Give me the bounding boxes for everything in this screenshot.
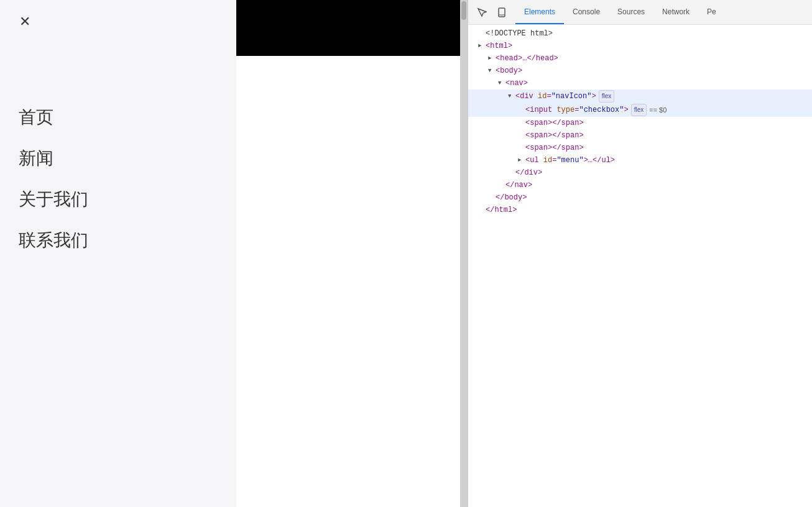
dom-text: <span></span> <box>525 142 584 153</box>
dom-text: <input type="checkbox"> <box>525 104 629 116</box>
dom-text: <head>…</head> <box>496 53 558 64</box>
svg-rect-0 <box>499 8 505 17</box>
mobile-content <box>236 56 460 507</box>
close-button[interactable]: ✕ <box>16 12 34 31</box>
toggle-arrow[interactable] <box>498 78 505 89</box>
dom-text: </body> <box>496 192 527 203</box>
tab-performance[interactable]: Pe <box>698 0 725 24</box>
dom-text: </html> <box>486 204 517 216</box>
nav-item-news[interactable]: 新闻 <box>19 140 218 176</box>
nav-item-home[interactable]: 首页 <box>19 99 218 135</box>
nav-item-contact[interactable]: 联系我们 <box>19 222 218 258</box>
dom-text: </div> <box>515 167 542 178</box>
nav-items: 首页 新闻 关于我们 联系我们 <box>19 99 218 258</box>
dom-line-ul[interactable]: <ul id="menu">…</ul> <box>468 154 812 167</box>
tab-sources[interactable]: Sources <box>609 0 653 24</box>
flex-badge-input: flex <box>631 104 647 116</box>
dom-text: <span></span> <box>525 117 584 129</box>
tab-console[interactable]: Console <box>564 0 609 24</box>
dom-line-head[interactable]: <head>…</head> <box>468 52 812 65</box>
device-icon-button[interactable] <box>493 4 510 21</box>
dom-line-span1[interactable]: <span></span> <box>468 117 812 129</box>
devtools-toolbar: Elements Console Sources Network Pe <box>468 0 812 25</box>
dom-text: <span></span> <box>525 130 584 141</box>
devtools-panel: Elements Console Sources Network Pe <!DO… <box>468 0 812 507</box>
mobile-menu-panel: ✕ 首页 新闻 关于我们 联系我们 <box>0 0 236 507</box>
tab-network[interactable]: Network <box>653 0 698 24</box>
tab-elements[interactable]: Elements <box>515 0 564 24</box>
mobile-header <box>236 0 460 56</box>
dom-line-html[interactable]: <html> <box>468 40 812 52</box>
flex-badge: flex <box>599 90 615 103</box>
toggle-arrow[interactable] <box>488 53 496 64</box>
toggle-arrow[interactable] <box>488 65 496 76</box>
dom-line-span3[interactable]: <span></span> <box>468 142 812 154</box>
toggle-arrow[interactable] <box>508 91 515 102</box>
dom-line-span2[interactable]: <span></span> <box>468 129 812 142</box>
dom-text: </nav> <box>505 180 532 191</box>
toggle-arrow[interactable] <box>518 155 525 166</box>
scrollbar[interactable] <box>460 0 468 507</box>
dom-line-nav[interactable]: <nav> <box>468 77 812 89</box>
dom-text: <ul id="menu">…</ul> <box>525 155 615 166</box>
dom-text: <html> <box>486 40 512 52</box>
eq-badge: == $0 <box>649 104 667 116</box>
dom-line-navicon[interactable]: <div id="navIcon"> flex <box>468 89 812 103</box>
dom-tree: <!DOCTYPE html> <html> <head>…</head> <b… <box>468 25 812 507</box>
devtools-tabs: Elements Console Sources Network Pe <box>515 0 725 24</box>
dom-text: <div id="navIcon"> <box>515 91 596 102</box>
scrollbar-thumb <box>461 1 466 20</box>
dom-line-nav-close[interactable]: </nav> <box>468 179 812 191</box>
dom-line-html-close[interactable]: </html> <box>468 204 812 216</box>
dom-line-body-close[interactable]: </body> <box>468 191 812 204</box>
dom-text: <body> <box>496 65 522 76</box>
mobile-preview <box>236 0 460 507</box>
dom-text: <nav> <box>505 78 528 89</box>
dom-text: <!DOCTYPE html> <box>486 28 553 39</box>
dom-line-input[interactable]: ··· <input type="checkbox"> flex == $0 <box>468 103 812 117</box>
nav-item-about[interactable]: 关于我们 <box>19 181 218 217</box>
toggle-arrow[interactable] <box>478 40 486 52</box>
dom-line-body[interactable]: <body> <box>468 65 812 77</box>
dom-line-div-close[interactable]: </div> <box>468 167 812 179</box>
inspector-icon-button[interactable] <box>473 4 491 21</box>
dom-line-doctype[interactable]: <!DOCTYPE html> <box>468 27 812 40</box>
svg-point-2 <box>502 16 502 16</box>
